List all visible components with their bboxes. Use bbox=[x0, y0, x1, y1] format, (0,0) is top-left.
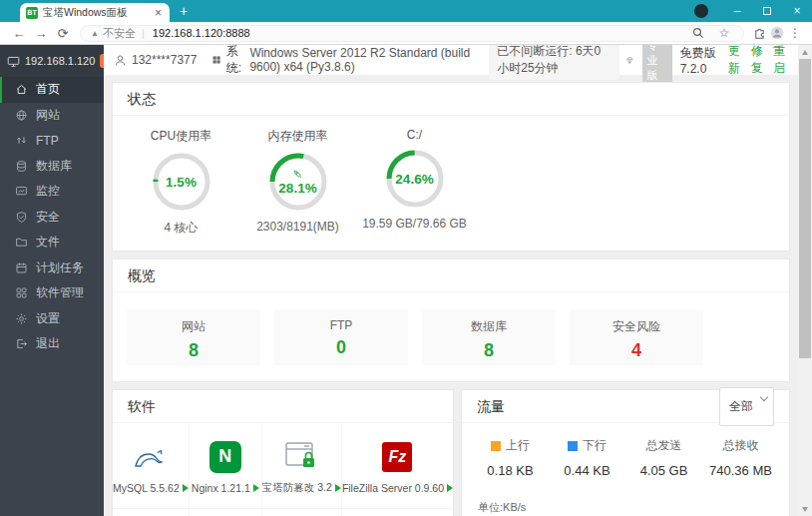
sidebar-item-software[interactable]: 软件管理 bbox=[0, 280, 104, 306]
software-php54[interactable]: php PHP-5.4 bbox=[113, 509, 190, 516]
new-tab-button[interactable]: + bbox=[180, 3, 188, 19]
traffic-panel-title: 流量 bbox=[477, 390, 505, 423]
security-risk-card[interactable]: 安全风险 4 bbox=[570, 309, 703, 365]
mysql-dolphin-icon bbox=[133, 444, 169, 470]
diamond-icon bbox=[625, 54, 634, 67]
scrollbar-thumb[interactable] bbox=[799, 59, 811, 358]
sidebar-item-ftp[interactable]: FTP bbox=[0, 128, 104, 154]
system-label: 系统: bbox=[226, 45, 245, 77]
back-icon[interactable]: ← bbox=[8, 26, 30, 41]
folder-icon bbox=[15, 236, 28, 249]
profile-avatar-icon[interactable] bbox=[768, 26, 786, 40]
monitor-icon bbox=[7, 55, 20, 68]
tamper-proof-icon bbox=[284, 441, 318, 471]
sidebar-item-cron[interactable]: 计划任务 bbox=[0, 256, 104, 281]
repair-link[interactable]: 修复 bbox=[751, 45, 766, 77]
overview-panel-title: 概览 bbox=[128, 259, 156, 292]
downstream-swatch bbox=[568, 441, 578, 451]
extensions-puzzle-icon[interactable] bbox=[750, 27, 768, 40]
browser-tab[interactable]: BT 宝塔Windows面板 × bbox=[20, 3, 170, 22]
ftp-count: 0 bbox=[274, 337, 408, 358]
sidebar-server-header[interactable]: 192.168.1.120 0 bbox=[0, 45, 104, 77]
site-favicon: BT bbox=[26, 7, 38, 19]
window-minimize-button[interactable]: – bbox=[722, 0, 752, 22]
disk-detail: 19.59 GB/79.66 GB bbox=[356, 217, 473, 231]
sidebar: 192.168.1.120 0 首页 网站 FTP 数据库 监控 安全 bbox=[0, 45, 104, 516]
browser-profile-icon[interactable] bbox=[694, 4, 708, 18]
databases-card[interactable]: 数据库 8 bbox=[422, 309, 556, 365]
user-icon bbox=[114, 54, 127, 67]
restart-link[interactable]: 重启 bbox=[773, 45, 788, 77]
bookmark-star-icon[interactable]: ☆ bbox=[715, 26, 733, 40]
disk-usage-value: 24.6% bbox=[395, 172, 433, 187]
page-scrollbar[interactable] bbox=[798, 45, 812, 516]
traffic-panel: 流量 全部 上行 0.18 KB 下行 0.44 KB 总发送 bbox=[461, 389, 790, 516]
ftp-card[interactable]: FTP 0 bbox=[274, 309, 408, 365]
sidebar-item-settings[interactable]: 设置 bbox=[0, 306, 104, 332]
status-panel: 状态 CPU使用率 1.5% 4 核心 bbox=[112, 82, 790, 252]
security-risk-count: 4 bbox=[570, 340, 703, 361]
monitor-chart-icon bbox=[15, 185, 28, 198]
sidebar-item-home[interactable]: 首页 bbox=[0, 77, 104, 103]
zoom-icon[interactable] bbox=[689, 27, 707, 39]
app-grid-icon bbox=[15, 286, 28, 299]
sidebar-item-security[interactable]: 安全 bbox=[0, 205, 104, 231]
software-tamper-proof[interactable]: 宝塔防篡改 3.2 bbox=[262, 423, 342, 509]
browser-addressbar: ← → ⟳ ▲ 不安全 | 192.168.1.120:8888 ☆ ⋮ bbox=[0, 22, 812, 45]
software-empty-cell bbox=[342, 509, 453, 516]
server-ip: 192.168.1.120 bbox=[25, 55, 95, 67]
ftp-transfer-icon bbox=[15, 134, 28, 147]
user-account[interactable]: 132****7377 bbox=[114, 53, 197, 67]
scroll-down-arrow[interactable] bbox=[798, 502, 812, 516]
software-mysql[interactable]: MySQL 5.5.62 bbox=[113, 423, 190, 509]
browser-menu-icon[interactable]: ⋮ bbox=[786, 26, 804, 40]
calendar-icon bbox=[15, 261, 28, 274]
cpu-usage-value: 1.5% bbox=[166, 175, 197, 190]
databases-count: 8 bbox=[422, 340, 556, 361]
sidebar-item-database[interactable]: 数据库 bbox=[0, 154, 104, 180]
security-warning-icon: ▲ bbox=[91, 29, 99, 38]
status-panel-title: 状态 bbox=[128, 83, 156, 116]
sidebar-item-monitor[interactable]: 监控 bbox=[0, 179, 104, 205]
tab-title: 宝塔Windows面板 bbox=[43, 6, 153, 20]
scroll-up-arrow[interactable] bbox=[798, 45, 812, 59]
running-status-icon bbox=[335, 484, 341, 492]
websites-count: 8 bbox=[127, 340, 260, 361]
logout-icon bbox=[15, 337, 28, 350]
tab-close-icon[interactable]: × bbox=[153, 6, 164, 20]
software-empty-cell bbox=[262, 509, 342, 516]
window-maximize-button[interactable] bbox=[752, 0, 782, 22]
memory-detail: 2303/8191(MB) bbox=[239, 220, 356, 234]
overview-panel: 概览 网站 8 FTP 0 数据库 8 安全风险 bbox=[112, 258, 790, 382]
rocket-icon bbox=[292, 169, 303, 180]
forward-icon[interactable]: → bbox=[30, 26, 52, 41]
cpu-gauge: CPU使用率 1.5% 4 核心 bbox=[123, 128, 239, 237]
software-filezilla[interactable]: Fz FileZilla Server 0.9.60 bbox=[342, 423, 453, 509]
software-panel: 软件 MySQL 5.5.62 N Nginx 1.21.1 bbox=[112, 389, 454, 516]
software-panel-title: 软件 bbox=[128, 390, 156, 423]
memory-gauge: 内存使用率 28.1% 2303/8191(MB) bbox=[239, 128, 356, 237]
url-text: 192.168.1.120:8888 bbox=[153, 27, 250, 39]
security-label: 不安全 bbox=[103, 26, 136, 41]
reload-icon[interactable]: ⟳ bbox=[52, 26, 74, 41]
sidebar-item-logout[interactable]: 退出 bbox=[0, 331, 104, 357]
nginx-icon: N bbox=[209, 441, 241, 473]
total-received-value: 740.36 MB bbox=[702, 463, 779, 478]
shield-icon bbox=[15, 211, 28, 224]
sidebar-item-files[interactable]: 文件 bbox=[0, 230, 104, 256]
running-status-icon bbox=[253, 484, 259, 492]
software-php74[interactable]: php PHP-7.4 bbox=[190, 509, 262, 516]
browser-titlebar: BT 宝塔Windows面板 × + – × bbox=[0, 0, 812, 22]
url-bar[interactable]: ▲ 不安全 | 192.168.1.120:8888 ☆ bbox=[80, 25, 744, 42]
websites-card[interactable]: 网站 8 bbox=[127, 309, 260, 365]
home-icon bbox=[15, 83, 28, 96]
user-phone: 132****7377 bbox=[132, 53, 197, 67]
sidebar-item-website[interactable]: 网站 bbox=[0, 103, 104, 129]
traffic-filter-select[interactable]: 全部 bbox=[719, 387, 774, 426]
window-close-button[interactable]: × bbox=[782, 0, 812, 22]
gear-icon bbox=[15, 312, 28, 325]
database-icon bbox=[15, 160, 28, 173]
running-status-icon bbox=[447, 484, 453, 492]
software-nginx[interactable]: N Nginx 1.21.1 bbox=[190, 423, 262, 509]
update-link[interactable]: 更新 bbox=[728, 45, 743, 77]
